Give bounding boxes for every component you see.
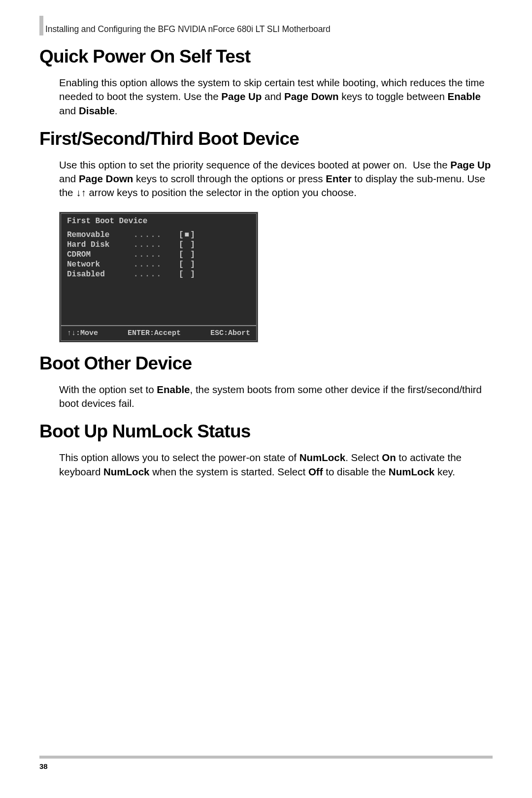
bios-row-label: CDROM [67,250,133,259]
section-body-boot-device: Use this option to set the priority sequ… [59,158,493,200]
section-body-numlock: This option allows you to select the pow… [59,451,493,479]
bios-box: First Boot Device Removable.....[■]Hard … [59,212,258,342]
bios-row-mark: [■] [179,231,196,239]
bios-row-dots: ..... [133,260,179,269]
bios-footer-accept: ENTER:Accept [128,329,181,337]
section-body-quick-power: Enabling this option allows the system t… [59,76,493,118]
bios-row-mark: [ ] [179,260,196,269]
header-accent-bar [39,16,43,35]
bios-row: Removable.....[■] [67,231,250,239]
bios-row-dots: ..... [133,250,179,259]
bios-footer-abort: ESC:Abort [210,329,250,337]
section-title-boot-device: First/Second/Third Boot Device [39,129,493,149]
page-header: Installing and Configuring the BFG NVIDI… [39,16,493,35]
bios-footer: ↑↓:Move ENTER:Accept ESC:Abort [61,325,256,340]
bios-row-dots: ..... [133,231,179,239]
bios-row-label: Disabled [67,270,133,279]
bios-row-dots: ..... [133,270,179,279]
bios-row-dots: ..... [133,240,179,249]
bios-body: Removable.....[■]Hard Disk.....[ ]CDROM.… [61,227,256,325]
bios-title: First Boot Device [61,214,256,227]
bios-row: CDROM.....[ ] [67,250,250,259]
page-number: 38 [39,762,48,770]
bios-row: Network.....[ ] [67,260,250,269]
bios-row-label: Removable [67,231,133,239]
section-title-quick-power: Quick Power On Self Test [39,46,493,67]
bios-row-label: Network [67,260,133,269]
section-body-boot-other: With the option set to Enable, the syste… [59,383,493,411]
bios-row-mark: [ ] [179,240,196,249]
bios-row: Disabled.....[ ] [67,270,250,279]
bios-footer-move: ↑↓:Move [67,329,98,337]
bios-screenshot: First Boot Device Removable.....[■]Hard … [59,212,493,342]
footer-divider [39,756,493,759]
bios-row-label: Hard Disk [67,240,133,249]
section-title-boot-other: Boot Other Device [39,353,493,374]
bios-row-mark: [ ] [179,250,196,259]
bios-row-mark: [ ] [179,270,196,279]
section-title-numlock: Boot Up NumLock Status [39,421,493,442]
header-text: Installing and Configuring the BFG NVIDI… [45,24,331,35]
bios-row: Hard Disk.....[ ] [67,240,250,249]
